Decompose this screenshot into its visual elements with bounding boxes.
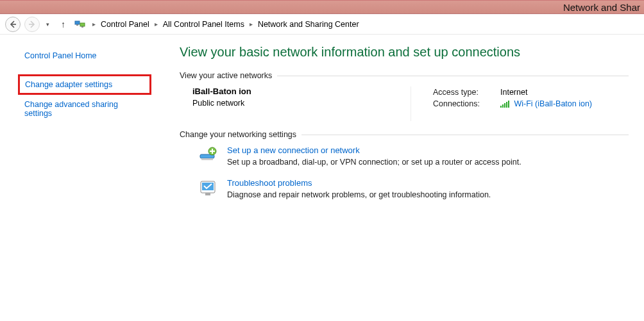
arrow-right-icon	[28, 20, 37, 29]
svg-rect-1	[80, 23, 85, 26]
access-type-value: Internet	[498, 86, 595, 98]
sidebar-control-panel-home[interactable]: Control Panel Home	[22, 47, 148, 64]
svg-rect-3	[81, 26, 83, 28]
main-panel: View your basic network information and …	[154, 35, 644, 321]
settings-list: Set up a new connection or network Set u…	[198, 145, 629, 199]
troubleshoot-item[interactable]: Troubleshoot problems Diagnose and repai…	[198, 178, 629, 199]
active-networks-label: View your active networks	[180, 71, 272, 80]
breadcrumb-control-panel[interactable]: Control Panel	[99, 19, 151, 30]
new-connection-icon	[198, 145, 218, 166]
breadcrumb-all-items[interactable]: All Control Panel Items	[162, 19, 246, 30]
access-type-label: Access type:	[430, 86, 498, 98]
troubleshoot-title[interactable]: Troubleshoot problems	[227, 178, 491, 188]
network-name: iBall-Baton ion	[192, 86, 411, 96]
window-title: Network and Shar	[563, 2, 640, 13]
setup-connection-item[interactable]: Set up a new connection or network Set u…	[198, 145, 629, 167]
svg-rect-8	[508, 101, 509, 108]
divider	[277, 76, 629, 76]
chevron-right-icon: ▸	[152, 21, 160, 28]
highlight-box: Change adapter settings	[18, 74, 151, 95]
forward-button[interactable]	[24, 17, 40, 32]
chevron-right-icon: ▸	[90, 21, 98, 28]
change-settings-label: Change your networking settings	[180, 130, 296, 139]
network-details: Access type: Internet Connections:	[411, 86, 595, 121]
breadcrumb-network-sharing[interactable]: Network and Sharing Center	[257, 19, 360, 30]
svg-rect-4	[500, 106, 502, 108]
troubleshoot-desc: Diagnose and repair network problems, or…	[227, 190, 491, 199]
svg-rect-6	[504, 103, 505, 108]
setup-connection-title[interactable]: Set up a new connection or network	[227, 145, 521, 155]
sidebar-change-adapter-settings[interactable]: Change adapter settings	[25, 80, 144, 89]
change-settings-header: Change your networking settings	[180, 130, 629, 139]
back-button[interactable]	[5, 17, 21, 32]
svg-rect-16	[205, 193, 210, 195]
active-network-box: iBall-Baton ion Public network Access ty…	[192, 86, 629, 121]
svg-rect-13	[210, 151, 215, 152]
network-type: Public network	[192, 99, 411, 108]
divider	[301, 135, 629, 135]
control-panel-icon	[74, 19, 86, 30]
content-area: Control Panel Home Change adapter settin…	[0, 35, 644, 321]
nav-toolbar: ▾ ↑ ▸ Control Panel ▸ All Control Panel …	[0, 14, 644, 35]
sidebar: Control Panel Home Change adapter settin…	[0, 35, 154, 321]
recent-locations-dropdown[interactable]: ▾	[44, 21, 52, 28]
svg-rect-2	[76, 24, 78, 26]
connection-link[interactable]: Wi-Fi (iBall-Baton ion)	[514, 99, 592, 108]
sidebar-change-advanced-sharing[interactable]: Change advanced sharing settings	[22, 96, 148, 122]
up-button[interactable]: ↑	[56, 19, 71, 29]
page-title: View your basic network information and …	[180, 45, 629, 60]
network-identity: iBall-Baton ion Public network	[192, 86, 411, 121]
connections-label: Connections:	[430, 98, 498, 110]
arrow-left-icon	[8, 20, 17, 29]
setup-connection-desc: Set up a broadband, dial-up, or VPN conn…	[227, 158, 521, 167]
svg-rect-10	[201, 158, 213, 160]
breadcrumb: ▸ Control Panel ▸ All Control Panel Item…	[74, 19, 360, 30]
svg-rect-0	[75, 21, 80, 24]
window-titlebar: Network and Shar	[0, 0, 644, 14]
svg-rect-7	[506, 102, 507, 108]
chevron-right-icon: ▸	[247, 21, 255, 28]
troubleshoot-icon	[198, 178, 218, 199]
wifi-signal-icon	[500, 101, 509, 108]
active-networks-header: View your active networks	[180, 71, 629, 80]
svg-rect-5	[502, 104, 504, 108]
